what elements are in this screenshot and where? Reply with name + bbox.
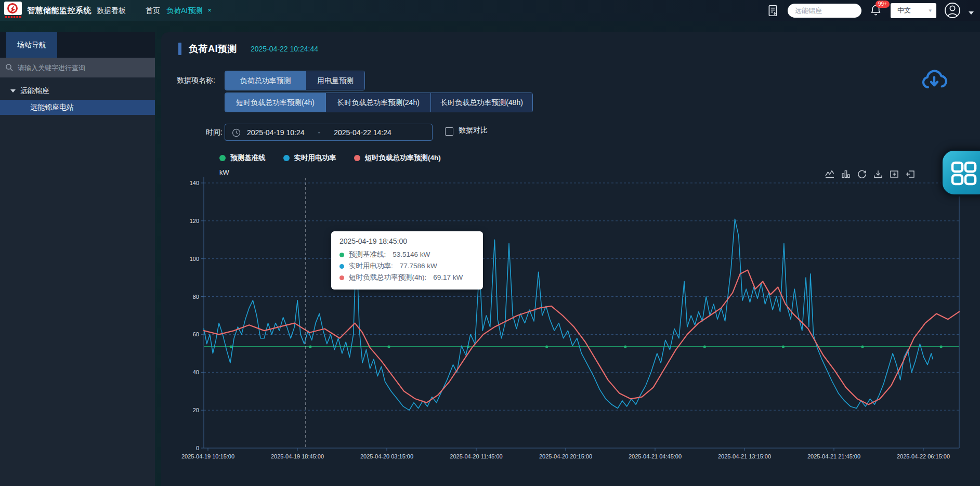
station-sidebar: 场站导航 远能锦座 远能锦座电站 (0, 32, 155, 486)
tooltip-item-forecast-4h: 短时负载总功率预测(4h): 69.17 kW (339, 272, 475, 283)
language-value: 中文 (897, 6, 911, 15)
svg-text:40: 40 (193, 369, 199, 375)
sidebar-tabstrip: 场站导航 (0, 32, 155, 58)
grid-icon (951, 161, 977, 186)
data-item-button-group: 负荷总功率预测 用电量预测 (225, 71, 365, 90)
svg-text:80: 80 (193, 294, 199, 300)
compare-checkbox[interactable] (445, 127, 453, 136)
page-timestamp: 2025-04-22 10:24:44 (251, 45, 318, 53)
legend-dot-blue (283, 155, 290, 161)
cloud-download-icon[interactable] (919, 65, 949, 94)
logo-icon (6, 3, 20, 14)
tab-long-term-48h[interactable]: 长时负载总功率预测(48h) (430, 93, 532, 112)
station-search-input[interactable] (788, 4, 861, 18)
legend-item-forecast-4h[interactable]: 短时负载总功率预测(4h) (354, 153, 441, 163)
svg-text:2025-04-21 04:45:00: 2025-04-21 04:45:00 (629, 453, 682, 459)
sidebar-search (0, 58, 155, 77)
svg-text:2025-04-19 18:45:00: 2025-04-19 18:45:00 (271, 453, 324, 459)
tooltip-dot-red (339, 275, 344, 280)
svg-text:20: 20 (193, 407, 199, 413)
main-panel: 负荷AI预测 2025-04-22 10:24:44 数据项名称: 负荷总功率预… (161, 32, 980, 486)
chart-legend: 预测基准线 实时用电功率 短时负载总功率预测(4h) (219, 153, 441, 163)
page-title: 负荷AI预测 (189, 43, 237, 55)
tab-short-term-4h[interactable]: 短时负载总功率预测(4h) (225, 93, 325, 112)
tooltip-item-baseline: 预测基准线: 53.5146 kW (339, 249, 475, 260)
notifications-button[interactable]: 99+ (869, 3, 883, 18)
top-navbar: 智慧储能监控系统 数据看板 首页 负荷AI预测 × 99+ 中文 ▾ (0, 0, 980, 21)
avatar-icon[interactable] (944, 2, 961, 19)
nav-item-dashboard[interactable]: 数据看板 (97, 0, 126, 21)
clock-icon (232, 128, 241, 137)
button-load-total-power-forecast[interactable]: 负荷总功率预测 (225, 71, 306, 90)
tree-parent-label: 远能锦座 (20, 86, 49, 96)
compare-label: 数据对比 (459, 126, 488, 135)
tooltip-dot-blue (339, 264, 344, 269)
sidebar-search-input[interactable] (18, 64, 150, 72)
legend-item-realtime[interactable]: 实时用电功率 (283, 153, 336, 163)
tab-station-navigation[interactable]: 场站导航 (6, 32, 57, 58)
tooltip-dot-green (339, 253, 344, 257)
search-icon (5, 63, 14, 72)
svg-text:2025-04-21 13:15:00: 2025-04-21 13:15:00 (718, 453, 771, 459)
button-energy-consumption-forecast[interactable]: 用电量预测 (306, 71, 364, 90)
svg-text:2025-04-21 21:45:00: 2025-04-21 21:45:00 (807, 453, 860, 459)
tab-label: 负荷AI预测 (166, 0, 202, 21)
svg-text:2025-04-20 03:15:00: 2025-04-20 03:15:00 (360, 453, 413, 459)
svg-text:140: 140 (190, 180, 199, 186)
legend-dot-green (219, 155, 226, 161)
language-select[interactable]: 中文 ▾ (891, 3, 936, 18)
title-accent-bar (178, 43, 181, 55)
tab-long-term-24h[interactable]: 长时负载总功率预测(24h) (325, 93, 430, 112)
app-title: 智慧储能监控系统 (27, 0, 92, 21)
date-range-picker[interactable]: 2025-04-19 10:24 - 2025-04-22 14:24 (225, 124, 433, 141)
report-icon[interactable] (766, 4, 780, 18)
svg-text:0: 0 (196, 445, 199, 451)
user-menu-caret-icon[interactable] (969, 11, 974, 15)
svg-text:2025-04-19 10:15:00: 2025-04-19 10:15:00 (181, 453, 234, 459)
svg-text:120: 120 (190, 218, 199, 224)
nav-menu: 数据看板 首页 (97, 0, 160, 21)
tooltip-timestamp: 2025-04-19 18:45:00 (339, 237, 475, 245)
duration-tab-group: 短时负载总功率预测(4h) 长时负载总功率预测(24h) 长时负载总功率预测(4… (225, 93, 533, 112)
tree-node-parent[interactable]: 远能锦座 (0, 84, 155, 98)
quick-menu-fab[interactable] (940, 149, 980, 196)
open-tab-load-ai-forecast[interactable]: 负荷AI预测 × (166, 0, 212, 21)
chart-tooltip: 2025-04-19 18:45:00 预测基准线: 53.5146 kW 实时… (331, 231, 483, 290)
time-label: 时间: (206, 128, 223, 137)
date-range-end: 2025-04-22 14:24 (334, 128, 391, 137)
svg-text:2025-04-20 20:15:00: 2025-04-20 20:15:00 (539, 453, 592, 459)
date-range-separator: - (318, 128, 321, 137)
tooltip-item-realtime: 实时用电功率: 77.7586 kW (339, 260, 475, 272)
svg-text:100: 100 (190, 256, 199, 262)
tab-close-icon[interactable]: × (207, 0, 212, 21)
app-logo (4, 2, 23, 19)
svg-text:2025-04-20 11:45:00: 2025-04-20 11:45:00 (450, 453, 502, 459)
data-item-label: 数据项名称: (177, 76, 215, 85)
tree-node-station-selected[interactable]: 远能锦座电站 (0, 100, 155, 115)
chevron-down-icon: ▾ (929, 8, 932, 13)
nav-item-home[interactable]: 首页 (146, 0, 160, 21)
station-tree: 远能锦座 远能锦座电站 (0, 77, 155, 115)
date-range-start: 2025-04-19 10:24 (247, 128, 305, 137)
tree-expand-icon[interactable] (10, 89, 16, 93)
legend-item-baseline[interactable]: 预测基准线 (219, 153, 266, 163)
notification-badge: 99+ (876, 1, 890, 8)
legend-dot-red (354, 155, 360, 161)
svg-text:60: 60 (193, 331, 199, 337)
svg-text:2025-04-22 06:15:00: 2025-04-22 06:15:00 (897, 453, 950, 459)
load-forecast-chart[interactable]: 0204060801001201402025-04-19 10:15:00202… (172, 172, 975, 473)
